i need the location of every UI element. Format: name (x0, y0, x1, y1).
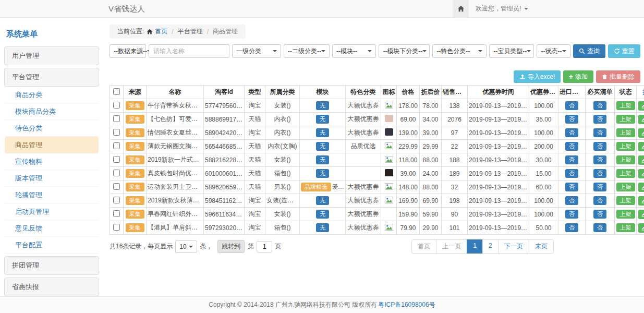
source-cell: 采集 (124, 153, 147, 167)
coupon-time-cell: 2019-09-13—2019-09-20 (468, 126, 529, 140)
search-button[interactable]: 查询 (573, 44, 605, 58)
must-buy-toggle[interactable]: 否 (593, 101, 606, 110)
discount-price-cell: 78.00 (420, 99, 442, 113)
row-checkbox[interactable] (113, 115, 120, 122)
sidebar-item[interactable]: 拼团管理 (4, 256, 99, 275)
must-buy-toggle[interactable]: 否 (593, 196, 606, 205)
import-select-toggle[interactable]: 否 (565, 210, 578, 219)
import-select-toggle-cell: 否 (558, 99, 586, 113)
import-select-toggle[interactable]: 否 (565, 155, 578, 164)
must-buy-toggle[interactable]: 否 (593, 183, 606, 191)
filter-select-module-sub[interactable]: --模块下分类-- (379, 44, 430, 58)
status-toggle[interactable]: 上架 (616, 128, 635, 137)
row-checkbox[interactable] (113, 224, 120, 231)
reset-button[interactable]: 重置 (608, 44, 640, 58)
page-button[interactable]: 1 (467, 239, 483, 254)
page-button[interactable]: 末页 (529, 239, 554, 254)
import-select-toggle[interactable]: 否 (565, 183, 578, 191)
filter-select-module[interactable]: --模块-- (332, 44, 376, 58)
category-cell: 箱包() (265, 167, 300, 180)
import-select-toggle[interactable]: 否 (565, 223, 578, 232)
page-button[interactable]: 2 (482, 239, 499, 254)
status-toggle[interactable]: 上架 (616, 142, 635, 151)
import-select-toggle[interactable]: 否 (565, 142, 578, 151)
sidebar-item-active[interactable]: 商品管理 (5, 137, 99, 153)
sidebar-item[interactable]: 商品分类 (5, 87, 99, 103)
filter-select-status[interactable]: --状态-- (537, 44, 570, 58)
import-select-toggle[interactable]: 否 (565, 115, 578, 124)
import-select-toggle[interactable]: 否 (565, 101, 578, 110)
sidebar-item[interactable]: 特色分类 (5, 120, 99, 137)
edit-button[interactable] (638, 183, 644, 192)
status-toggle[interactable]: 上架 (616, 155, 635, 164)
user-menu[interactable]: 欢迎您，管理员! (469, 4, 534, 13)
status-toggle[interactable]: 上架 (616, 183, 635, 191)
status-toggle[interactable]: 上架 (616, 210, 635, 219)
jump-button[interactable]: 跳转到 (217, 240, 245, 253)
row-checkbox[interactable] (113, 102, 120, 109)
select-all-checkbox[interactable] (113, 88, 120, 95)
add-button[interactable]: + 添加 (563, 70, 593, 83)
sidebar-item[interactable]: 平台管理 (4, 68, 99, 87)
icp-link[interactable]: 粤ICP备16098006号 (378, 300, 435, 309)
status-toggle[interactable]: 上架 (616, 169, 635, 178)
edit-button[interactable] (638, 196, 644, 206)
sidebar-item[interactable]: 平台配置 (5, 237, 99, 254)
row-checkbox[interactable] (113, 197, 120, 203)
sidebar-item[interactable]: 轮播管理 (5, 187, 99, 203)
breadcrumb-home-link[interactable]: 首页 (147, 27, 167, 36)
row-checkbox[interactable] (113, 129, 120, 136)
must-buy-toggle[interactable]: 否 (593, 128, 606, 137)
filter-select-level2[interactable]: --二级分类-- (284, 44, 330, 58)
row-checkbox[interactable] (113, 170, 120, 176)
filter-select-level1[interactable]: 一级分类 (232, 44, 281, 58)
edit-button[interactable] (638, 115, 644, 124)
page-button[interactable]: 上一页 (436, 239, 467, 254)
thumbnail-cell (381, 153, 397, 167)
edit-button[interactable] (638, 223, 644, 233)
operations-cell (637, 208, 644, 221)
must-buy-toggle[interactable]: 否 (593, 142, 606, 151)
must-buy-toggle[interactable]: 否 (593, 210, 606, 219)
must-buy-toggle[interactable]: 否 (593, 223, 606, 232)
page-button[interactable]: 首页 (411, 239, 436, 254)
name-search-input[interactable] (149, 44, 229, 58)
edit-button[interactable] (638, 101, 644, 111)
edit-button[interactable] (638, 128, 644, 138)
filter-select-data-source[interactable]: --数据来源-- (110, 44, 146, 58)
edit-button[interactable] (638, 142, 644, 151)
filter-select-item-type[interactable]: --宝贝类型-- (489, 44, 534, 58)
edit-button[interactable] (638, 210, 644, 219)
page-button[interactable]: 下一页 (498, 239, 529, 254)
status-toggle[interactable]: 上架 (616, 196, 635, 205)
must-buy-toggle[interactable]: 否 (593, 155, 606, 164)
filter-select-feature[interactable]: --特色分类-- (432, 44, 487, 58)
home-button[interactable] (453, 0, 469, 17)
must-buy-toggle[interactable]: 否 (593, 169, 606, 178)
import-select-toggle[interactable]: 否 (565, 169, 578, 178)
sidebar-item[interactable]: 省惠快报 (4, 278, 99, 296)
edit-button[interactable] (638, 155, 644, 165)
sidebar-item[interactable]: 宣传物料 (5, 153, 99, 170)
import-select-toggle[interactable]: 否 (565, 128, 578, 137)
page-number-input[interactable] (257, 241, 272, 252)
row-checkbox[interactable] (113, 142, 120, 149)
sidebar-item[interactable]: 意见反馈 (5, 220, 99, 237)
sidebar-item[interactable]: 模块商品分类 (5, 103, 99, 120)
sidebar-item[interactable]: 用户管理 (4, 46, 99, 65)
status-toggle[interactable]: 上架 (616, 223, 635, 232)
import-select-toggle[interactable]: 否 (565, 196, 578, 205)
per-page-select[interactable]: 10 (175, 240, 197, 253)
batch-delete-button[interactable]: 批量删除 (596, 70, 640, 83)
sidebar-item[interactable]: 版本管理 (5, 170, 99, 187)
status-toggle[interactable]: 上架 (616, 115, 635, 124)
must-buy-toggle[interactable]: 否 (593, 115, 606, 124)
sidebar-item[interactable]: 启动页管理 (5, 203, 99, 220)
row-checkbox[interactable] (113, 183, 120, 190)
row-checkbox[interactable] (113, 210, 120, 217)
edit-button[interactable] (638, 169, 644, 178)
status-toggle[interactable]: 上架 (616, 101, 635, 110)
module-cell: 无 (300, 167, 346, 180)
row-checkbox[interactable] (113, 156, 120, 163)
import-excel-button[interactable]: 导入excel (514, 70, 561, 83)
